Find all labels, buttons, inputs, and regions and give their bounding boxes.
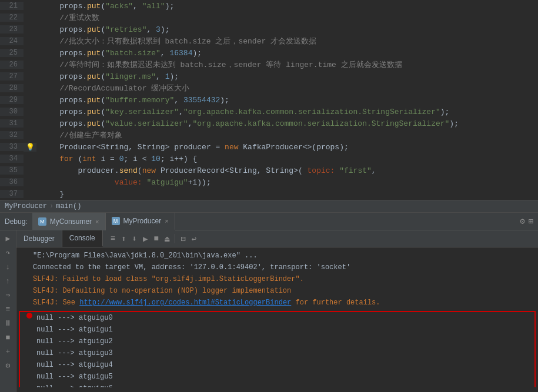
tab-myconsumer[interactable]: M MyConsumer × xyxy=(32,213,106,230)
slf4j-3-prefix: SLF4J: See xyxy=(33,299,79,307)
scroll-bottom-button[interactable]: ⬇ xyxy=(131,233,139,245)
settings-debug-button[interactable]: ⚙ xyxy=(2,360,14,371)
console-line-slf4j-1: SLF4J: Failed to load class "org.slf4j.i… xyxy=(16,273,538,285)
step-over-button[interactable]: ↷ xyxy=(2,247,14,259)
add-watch-button[interactable]: + xyxy=(2,346,14,357)
myconsumer-tab-icon: M xyxy=(38,217,46,226)
clear-console-button[interactable]: ≡ xyxy=(109,233,117,244)
code-lines: 21 props.put("acks", "all"); 22 //重试次数 2… xyxy=(0,0,538,200)
tab-debugger[interactable]: Debugger xyxy=(16,230,62,247)
code-line-23: 23 props.put("retries", 3); xyxy=(0,24,538,35)
null-outputs-container: null ---> atguigu0null ---> atguigu1null… xyxy=(20,312,534,387)
breadcrumb-file[interactable]: MyProducer xyxy=(5,202,47,210)
debug-label: Debug: xyxy=(5,217,28,226)
step-out-button[interactable]: ↑ xyxy=(2,275,14,287)
scroll-top-button[interactable]: ⬆ xyxy=(119,233,128,245)
code-line-36: 36 value: "atguigu"+i)); xyxy=(0,176,538,188)
run-to-cursor-button[interactable]: ⇒ xyxy=(2,289,14,301)
null-output-line-6: null ---> atguigu6 xyxy=(20,383,534,387)
stop-process-button[interactable]: ■ xyxy=(152,233,160,244)
code-line-24: 24 //批次大小：只有数据积累到 batch.size 之后，sender 才… xyxy=(0,35,538,47)
null-output-line-3: null ---> atguigu3 xyxy=(20,347,534,359)
breadcrumb: MyProducer › main() xyxy=(0,200,538,213)
connected-text: Connected to the target VM, address: '12… xyxy=(33,263,350,272)
debugger-tab-label: Debugger xyxy=(24,234,55,243)
pause-button[interactable]: ⏸ xyxy=(2,317,14,329)
disconnect-button[interactable]: ⏏ xyxy=(163,233,171,245)
code-line-32: 32 //创建生产者对象 xyxy=(0,129,538,141)
bulb-icon: 💡 xyxy=(26,143,35,152)
code-line-34: 34 for (int i = 0; i < 10; i++) { xyxy=(0,153,538,165)
evaluate-button[interactable]: ≡ xyxy=(2,303,14,315)
code-line-22: 22 //重试次数 xyxy=(0,12,538,24)
code-line-31: 31 props.put("value.serializer","org.apa… xyxy=(0,118,538,129)
code-line-28: 28 //RecordAccumulator 缓冲区大小 xyxy=(0,82,538,94)
null-output-line-2: null ---> atguigu2 xyxy=(20,336,534,347)
layout-icon[interactable]: ⊞ xyxy=(529,216,533,226)
console-line-java-cmd: "E:\Program Files\Java\jdk1.8.0_201\bin\… xyxy=(16,250,538,262)
tab-console[interactable]: Console xyxy=(62,230,103,247)
myproducer-tab-icon: M xyxy=(112,217,120,225)
code-line-21: 21 props.put("acks", "all"); xyxy=(0,0,538,12)
run-cmd-button[interactable]: ▶ xyxy=(141,233,149,245)
code-line-30: 30 props.put("key.serializer","org.apach… xyxy=(0,106,538,118)
tab-myconsumer-label: MyConsumer xyxy=(50,217,92,226)
null-output-line-1: null ---> atguigu1 xyxy=(20,324,534,336)
breadcrumb-method[interactable]: main() xyxy=(56,202,81,210)
null-output-line-4: null ---> atguigu4 xyxy=(20,359,534,371)
debug-panel: ▶ ↷ ↓ ↑ ⇒ ≡ ⏸ ■ + ⚙ Debugger Console ≡ ⬆… xyxy=(0,230,538,392)
left-debug-panel: ▶ ↷ ↓ ↑ ⇒ ≡ ⏸ ■ + ⚙ xyxy=(0,230,16,392)
null-output-line-0: null ---> atguigu0 xyxy=(20,312,534,324)
filter-button[interactable]: ⊟ xyxy=(179,233,187,245)
console-line-slf4j-3: SLF4J: See http://www.slf4j.org/codes.ht… xyxy=(16,297,538,309)
code-line-33: 33 💡 Producer<String, String> producer =… xyxy=(0,141,538,153)
slf4j-1-text: SLF4J: Failed to load class "org.slf4j.i… xyxy=(33,275,304,283)
stop-button[interactable]: ■ xyxy=(2,331,14,343)
tab-myproducer[interactable]: M MyProducer × xyxy=(106,213,175,230)
code-line-35: 35 producer.send(new ProducerRecord<Stri… xyxy=(0,165,538,176)
tab-myproducer-label: MyProducer xyxy=(123,217,162,225)
code-line-37: 37 } xyxy=(0,188,538,200)
slf4j-link[interactable]: http://www.slf4j.org/codes.html#StaticLo… xyxy=(79,299,291,307)
debug-content: Debugger Console ≡ ⬆ ⬇ ▶ ■ ⏏ ⊟ ↩ xyxy=(16,230,538,392)
resume-button[interactable]: ▶ xyxy=(2,233,14,244)
code-line-29: 29 props.put("buffer.memory", 33554432); xyxy=(0,94,538,106)
null-output-highlight: null ---> atguigu0null ---> atguigu1null… xyxy=(19,311,536,387)
settings-icon[interactable]: ⚙ xyxy=(520,216,524,226)
code-line-27: 27 props.put("linger.ms", 1); xyxy=(0,71,538,82)
slf4j-3-suffix: for further details. xyxy=(291,299,380,307)
wrap-button[interactable]: ↩ xyxy=(190,233,198,245)
java-cmd-text: "E:\Program Files\Java\jdk1.8.0_201\bin\… xyxy=(33,252,258,260)
code-line-25: 25 props.put("batch.size", 16384); xyxy=(0,47,538,59)
myproducer-close-icon[interactable]: × xyxy=(165,217,168,225)
code-line-26: 26 //等待时间：如果数据迟迟未达到 batch.size，sender 等待… xyxy=(0,59,538,71)
console-line-connected: Connected to the target VM, address: '12… xyxy=(16,262,538,273)
console-output: "E:\Program Files\Java\jdk1.8.0_201\bin\… xyxy=(16,247,538,387)
code-editor: 21 props.put("acks", "all"); 22 //重试次数 2… xyxy=(0,0,538,200)
null-output-line-5: null ---> atguigu5 xyxy=(20,371,534,383)
debug-toolbar: Debug: M MyConsumer × M MyProducer × ⚙ ⊞ xyxy=(0,213,538,230)
console-line-slf4j-2: SLF4J: Defaulting to no-operation (NOP) … xyxy=(16,285,538,297)
breakpoint-dot xyxy=(26,313,32,319)
myconsumer-close-icon[interactable]: × xyxy=(95,218,99,225)
step-into-button[interactable]: ↓ xyxy=(2,261,14,273)
console-tab-label: Console xyxy=(69,234,95,242)
slf4j-2-text: SLF4J: Defaulting to no-operation (NOP) … xyxy=(33,287,291,295)
